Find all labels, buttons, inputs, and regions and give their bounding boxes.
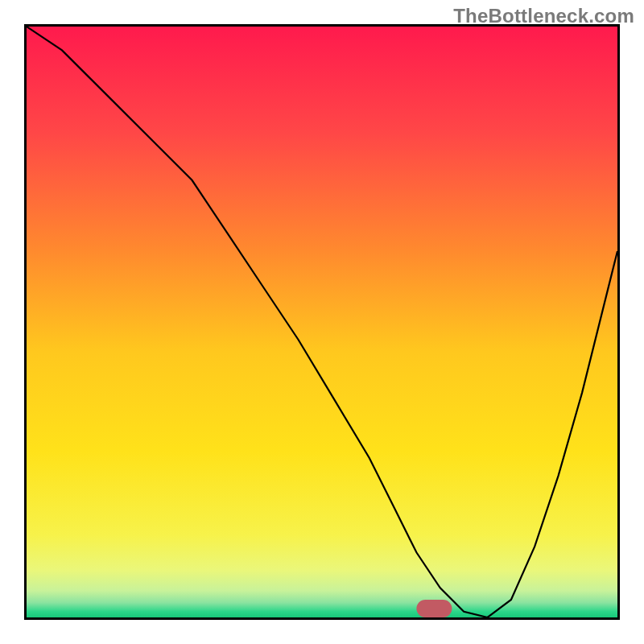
plot-area [24, 24, 620, 620]
chart-frame: TheBottleneck.com [0, 0, 644, 644]
gradient-background [27, 27, 617, 617]
optimum-marker [416, 600, 452, 617]
chart-svg [27, 27, 617, 617]
